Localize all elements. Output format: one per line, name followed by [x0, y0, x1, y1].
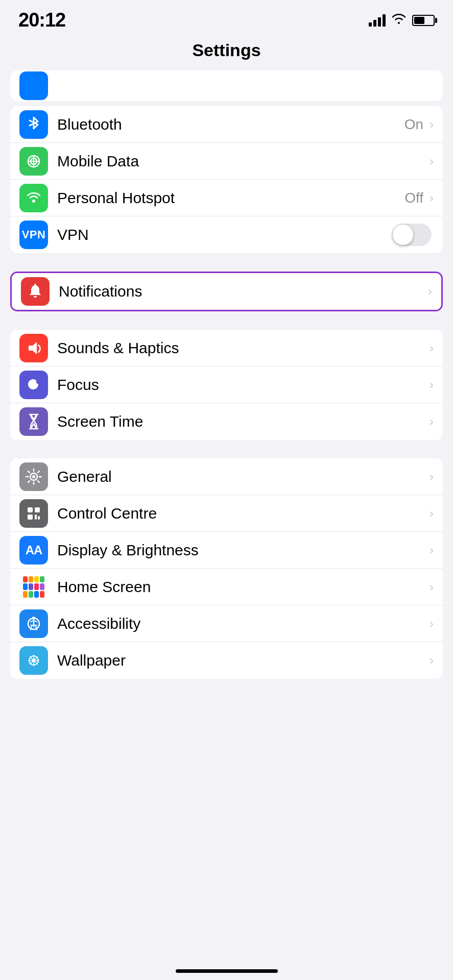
screen-time-item[interactable]: Screen Time › [10, 403, 443, 440]
general-label: General [57, 468, 427, 485]
general-icon [19, 462, 48, 491]
mobile-data-icon [19, 147, 48, 176]
wifi-icon [391, 12, 407, 28]
vpn-icon: VPN [19, 220, 48, 249]
accessibility-icon [19, 609, 48, 638]
hotspot-icon [19, 184, 48, 212]
hotspot-label: Personal Hotspot [57, 189, 404, 207]
page-title: Settings [0, 36, 453, 70]
vpn-item[interactable]: VPN VPN [10, 216, 443, 253]
screen-time-label: Screen Time [57, 413, 427, 430]
status-time: 20:12 [18, 9, 65, 31]
home-screen-icon [19, 573, 48, 601]
sounds-item[interactable]: Sounds & Haptics › [10, 330, 443, 366]
partial-group [10, 70, 443, 101]
vpn-toggle[interactable] [392, 224, 432, 246]
notifications-chevron: › [428, 284, 432, 299]
notifications-label: Notifications [59, 283, 426, 300]
general-group: General › Control Centre › AA Display & … [10, 458, 443, 679]
home-screen-item[interactable]: Home Screen › [10, 569, 443, 605]
mobile-data-label: Mobile Data [57, 153, 427, 170]
svg-point-19 [32, 658, 36, 663]
svg-rect-9 [35, 507, 40, 512]
vpn-label: VPN [57, 226, 392, 243]
vpn-toggle-knob [393, 225, 413, 245]
focus-label: Focus [57, 376, 427, 394]
bluetooth-value: On [404, 116, 423, 133]
notifications-item[interactable]: Notifications › [12, 273, 441, 310]
display-brightness-icon: AA [19, 536, 48, 565]
wallpaper-item[interactable]: Wallpaper › [10, 642, 443, 679]
general-item[interactable]: General › [10, 458, 443, 495]
signal-icon [369, 14, 386, 27]
bluetooth-label: Bluetooth [57, 116, 404, 133]
home-screen-label: Home Screen [57, 578, 427, 596]
notifications-group: Notifications › [10, 272, 443, 311]
home-indicator [176, 969, 278, 973]
wallpaper-label: Wallpaper [57, 652, 427, 669]
svg-marker-5 [29, 342, 37, 354]
bluetooth-icon [19, 110, 48, 139]
bluetooth-item[interactable]: Bluetooth On › [10, 106, 443, 143]
svg-rect-12 [38, 516, 40, 520]
accessibility-item[interactable]: Accessibility › [10, 605, 443, 642]
accessibility-label: Accessibility [57, 615, 427, 632]
display-brightness-label: Display & Brightness [57, 542, 427, 559]
focus-chevron: › [430, 378, 434, 392]
control-centre-chevron: › [430, 506, 434, 521]
bluetooth-chevron: › [430, 117, 434, 132]
general-chevron: › [430, 470, 434, 484]
mobile-data-item[interactable]: Mobile Data › [10, 143, 443, 180]
personal-hotspot-item[interactable]: Personal Hotspot Off › [10, 180, 443, 216]
control-centre-icon [19, 499, 48, 528]
partial-item[interactable] [10, 70, 443, 101]
display-brightness-item[interactable]: AA Display & Brightness › [10, 532, 443, 569]
hotspot-value: Off [404, 190, 423, 206]
notifications-icon [21, 277, 50, 306]
svg-point-6 [32, 475, 35, 478]
wallpaper-chevron: › [430, 653, 434, 668]
sounds-label: Sounds & Haptics [57, 339, 427, 357]
focus-item[interactable]: Focus › [10, 366, 443, 403]
battery-icon [412, 15, 435, 26]
sounds-chevron: › [430, 341, 434, 355]
svg-rect-10 [28, 514, 33, 520]
screen-time-icon [19, 407, 48, 436]
home-screen-chevron: › [430, 580, 434, 594]
connectivity-group: Bluetooth On › Mobile Data › Personal Ho [10, 106, 443, 253]
display-brightness-chevron: › [430, 543, 434, 557]
status-bar: 20:12 [0, 0, 453, 36]
mobile-data-chevron: › [430, 154, 434, 168]
focus-icon [19, 371, 48, 399]
control-centre-label: Control Centre [57, 505, 427, 522]
screen-time-chevron: › [430, 414, 434, 429]
sounds-icon [19, 334, 48, 362]
svg-rect-8 [28, 507, 33, 512]
svg-rect-11 [35, 514, 37, 520]
hotspot-chevron: › [430, 191, 434, 205]
sounds-group: Sounds & Haptics › Focus › Screen Time › [10, 330, 443, 440]
wallpaper-icon [19, 646, 48, 675]
accessibility-chevron: › [430, 617, 434, 631]
status-icons [369, 12, 435, 28]
control-centre-item[interactable]: Control Centre › [10, 495, 443, 532]
wifi-setting-icon [19, 71, 48, 100]
